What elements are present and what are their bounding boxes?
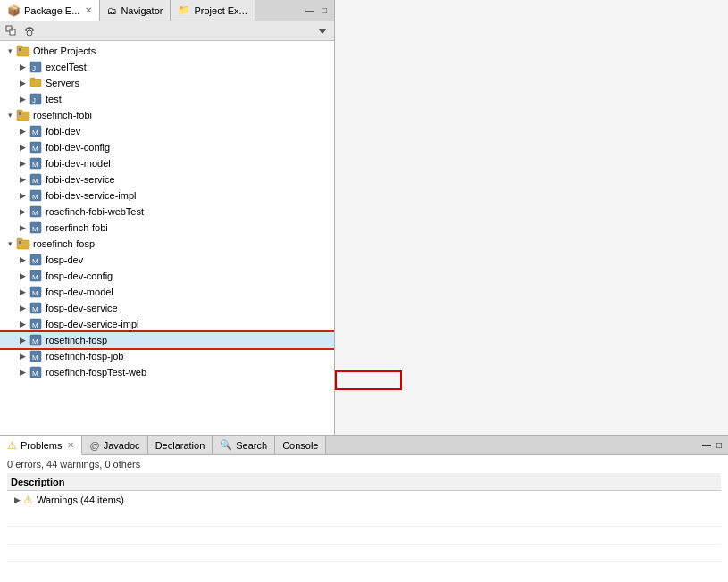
tab-console[interactable]: Console: [275, 436, 326, 454]
tree-item-rosefinch-fobi[interactable]: ▾ rosefinch-fobi: [0, 107, 334, 123]
javadoc-tab-label: Javadoc: [104, 440, 140, 451]
fosp-dev-label: fosp-dev: [46, 254, 83, 265]
expand-servers[interactable]: ▶: [16, 75, 29, 91]
expand-fosp-dev-config[interactable]: ▶: [16, 268, 29, 284]
fosp-dev-service-icon: M: [29, 301, 43, 315]
svg-text:J: J: [32, 64, 36, 72]
fobi-dev-service-icon: M: [29, 172, 43, 187]
tree-item-fosp-dev[interactable]: ▶ M fosp-dev: [0, 252, 334, 268]
exceltest-label: excelTest: [46, 62, 87, 72]
expand-test[interactable]: ▶: [16, 91, 29, 107]
expand-fobi-dev-model[interactable]: ▶: [16, 155, 29, 171]
expand-other-projects[interactable]: ▾: [4, 43, 16, 59]
expand-fosp-dev-service[interactable]: ▶: [16, 300, 29, 316]
fobi-dev-service-impl-label: fobi-dev-service-impl: [46, 190, 136, 201]
tree-item-fosp-dev-model[interactable]: ▶ M fosp-dev-model: [0, 284, 334, 300]
fosp-dev-service-label: fosp-dev-service: [46, 303, 118, 313]
console-tab-label: Console: [282, 440, 318, 451]
expand-exceltest[interactable]: ▶: [16, 59, 29, 75]
bottom-tab-bar: ⚠ Problems ✕ @ Javadoc Declaration 🔍 Sea…: [0, 436, 728, 455]
bottom-panel: ⚠ Problems ✕ @ Javadoc Declaration 🔍 Sea…: [0, 435, 728, 582]
tree-item-servers[interactable]: ▶ Servers: [0, 75, 334, 91]
expand-warnings[interactable]: ▶: [11, 492, 23, 508]
tab-controls: — □: [300, 0, 334, 21]
expand-fosp-dev[interactable]: ▶: [16, 252, 29, 268]
tree-item-fosp-dev-config[interactable]: ▶ M fosp-dev-config: [0, 268, 334, 284]
expand-rosefinch-fosp-item[interactable]: ▶: [16, 332, 29, 348]
fobi-dev-icon: M: [29, 124, 43, 138]
fosp-dev-config-icon: M: [29, 269, 43, 283]
tab-javadoc[interactable]: @ Javadoc: [82, 436, 147, 454]
tree-item-fobi-dev-config[interactable]: ▶ M fobi-dev-config: [0, 139, 334, 155]
svg-text:M: M: [32, 289, 38, 297]
problems-warnings-row[interactable]: ▶ ⚠ Warnings (44 items): [7, 491, 721, 509]
fobi-dev-label: fobi-dev: [46, 126, 80, 137]
svg-text:M: M: [32, 305, 38, 313]
expand-fosp-dev-model[interactable]: ▶: [16, 284, 29, 300]
svg-rect-1: [10, 29, 15, 35]
tree-item-other-projects[interactable]: ▾ Other Projects: [0, 43, 334, 59]
red-box-annotation: [335, 370, 402, 390]
expand-rosefinch-fobi-webtest[interactable]: ▶: [16, 204, 29, 220]
tree-item-rosefinch-fobi-webtest[interactable]: ▶ M rosefinch-fobi-webTest: [0, 204, 334, 220]
expand-fobi-dev-service[interactable]: ▶: [16, 171, 29, 187]
expand-rosefinch-fobi[interactable]: ▾: [4, 107, 16, 123]
svg-text:M: M: [32, 209, 38, 217]
bottom-panel-maximize[interactable]: □: [714, 440, 724, 450]
tree-item-fobi-dev[interactable]: ▶ M fobi-dev: [0, 123, 334, 139]
svg-rect-15: [17, 110, 22, 112]
problems-summary: 0 errors, 44 warnings, 0 others: [7, 459, 721, 470]
tree-item-fobi-dev-model[interactable]: ▶ M fobi-dev-model: [0, 155, 334, 171]
expand-fobi-dev-config[interactable]: ▶: [16, 139, 29, 155]
tree-item-rosefinch-fosp-job[interactable]: ▶ M rosefinch-fosp-job: [0, 348, 334, 364]
svg-text:M: M: [32, 145, 38, 153]
expand-fosp-dev-service-impl[interactable]: ▶: [16, 316, 29, 332]
bottom-panel-controls: — □: [696, 436, 728, 454]
tree-item-rosefinch-fosptest-web[interactable]: ▶ M rosefinch-fospTest-web: [0, 364, 334, 380]
tab-package-explorer-close[interactable]: ✕: [85, 5, 92, 15]
tree-item-roserfinch-fobi[interactable]: ▶ M roserfinch-fobi: [0, 220, 334, 236]
maximize-button[interactable]: □: [318, 4, 331, 17]
tree-area[interactable]: ▾ Other Projects ▶: [0, 41, 334, 435]
expand-rosefinch-fosptest-web[interactable]: ▶: [16, 364, 29, 380]
link-editor-button[interactable]: [21, 23, 38, 39]
fobi-dev-model-label: fobi-dev-model: [46, 158, 111, 169]
tab-search[interactable]: 🔍 Search: [213, 436, 275, 454]
minimize-button[interactable]: —: [304, 4, 316, 17]
javadoc-tab-icon: @: [89, 440, 99, 451]
tree-item-rosefinch-fosp[interactable]: ▾ rosefinch-fosp: [0, 236, 334, 252]
tab-project-explorer[interactable]: 📁 Project Ex...: [171, 0, 255, 21]
svg-rect-6: [17, 46, 22, 48]
tree-item-test[interactable]: ▶ J test: [0, 91, 334, 107]
rosefinch-fosp-job-icon: M: [29, 349, 43, 363]
tree-item-fobi-dev-service-impl[interactable]: ▶ M fobi-dev-service-impl: [0, 187, 334, 204]
tree-item-exceltest[interactable]: ▶ J excelTest: [0, 59, 334, 75]
bottom-panel-minimize[interactable]: —: [699, 440, 714, 450]
expand-roserfinch-fobi[interactable]: ▶: [16, 220, 29, 236]
collapse-all-button[interactable]: [4, 23, 20, 39]
expand-fobi-dev[interactable]: ▶: [16, 123, 29, 139]
expand-fobi-dev-service-impl[interactable]: ▶: [16, 187, 29, 204]
view-menu-button[interactable]: [314, 23, 331, 39]
expand-rosefinch-fosp[interactable]: ▾: [4, 236, 16, 252]
tab-problems[interactable]: ⚠ Problems ✕: [0, 436, 82, 455]
tab-declaration[interactable]: Declaration: [148, 436, 213, 454]
tab-navigator[interactable]: 🗂 Navigator: [100, 0, 171, 21]
svg-text:M: M: [32, 370, 38, 378]
test-label: test: [46, 94, 62, 104]
tree-item-fobi-dev-service[interactable]: ▶ M fobi-dev-service: [0, 171, 334, 187]
tab-package-explorer[interactable]: 📦 Package E... ✕: [0, 0, 100, 21]
rosefinch-fosp-icon: [16, 237, 30, 251]
expand-rosefinch-fosp-job[interactable]: ▶: [16, 348, 29, 364]
svg-text:M: M: [32, 337, 38, 345]
fosp-dev-model-icon: M: [29, 285, 43, 299]
problems-tab-close[interactable]: ✕: [67, 440, 74, 450]
tab-project-explorer-label: Project Ex...: [194, 5, 247, 16]
tree-item-fosp-dev-service[interactable]: ▶ M fosp-dev-service: [0, 300, 334, 316]
tree-item-fosp-dev-service-impl[interactable]: ▶ M fosp-dev-service-impl: [0, 316, 334, 332]
warnings-label: Warnings (44 items): [37, 495, 124, 505]
tree-item-rosefinch-fosp-selected[interactable]: ▶ M rosefinch-fosp: [0, 332, 334, 348]
rosefinch-fobi-webtest-label: rosefinch-fobi-webTest: [46, 206, 144, 217]
rosefinch-fosp-group-label: rosefinch-fosp: [33, 238, 95, 249]
rosefinch-fosptest-web-label: rosefinch-fospTest-web: [46, 367, 146, 378]
